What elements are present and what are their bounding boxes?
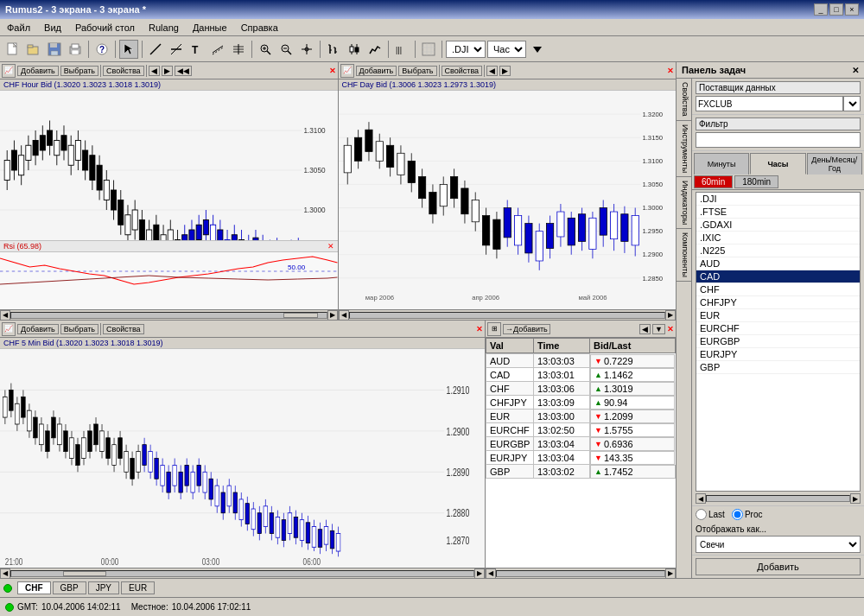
chart-tr-props[interactable]: Свойства bbox=[442, 66, 483, 76]
minimize-button[interactable]: _ bbox=[814, 3, 828, 16]
tab-hours[interactable]: Часы bbox=[750, 153, 805, 175]
chart-bl-add[interactable]: Добавить bbox=[17, 324, 59, 334]
chart-tl-add[interactable]: Добавить bbox=[17, 66, 59, 76]
instrument-item[interactable]: CAD bbox=[696, 270, 860, 283]
print-button[interactable] bbox=[66, 40, 85, 59]
tab-180min[interactable]: 180min bbox=[734, 175, 778, 188]
instrument-item[interactable]: EURJPY bbox=[696, 348, 860, 361]
instrument-item[interactable]: .N225 bbox=[696, 244, 860, 257]
indicators-button[interactable]: ||| bbox=[392, 40, 411, 59]
tab-eur[interactable]: EUR bbox=[121, 581, 155, 594]
inst-scroll-track[interactable] bbox=[706, 495, 850, 502]
scroll-right-btn[interactable]: ▶ bbox=[327, 310, 338, 321]
instrument-item[interactable]: GBP bbox=[696, 361, 860, 374]
scroll-right-btn-tr[interactable]: ▶ bbox=[665, 310, 676, 321]
candle-button[interactable] bbox=[345, 40, 364, 59]
scroll-left-btn[interactable]: ◀ bbox=[0, 310, 10, 321]
menu-help[interactable]: Справка bbox=[238, 22, 282, 34]
side-tab-instruments[interactable]: Инструменты bbox=[677, 121, 691, 177]
tab-chf[interactable]: CHF bbox=[17, 581, 51, 594]
scroll-thumb[interactable] bbox=[283, 313, 318, 318]
table-row[interactable]: EURCHF 13:02:50 ▼1.5755 bbox=[486, 423, 676, 437]
open-button[interactable] bbox=[24, 40, 43, 59]
table-row[interactable]: GBP 13:03:02 ▲1.7452 bbox=[486, 465, 676, 479]
filter-input[interactable] bbox=[696, 132, 861, 148]
table-row[interactable]: EURJPY 13:03:04 ▼143.35 bbox=[486, 451, 676, 465]
instrument-item[interactable]: AUD bbox=[696, 257, 860, 270]
radio-proc[interactable] bbox=[732, 509, 743, 520]
close-button[interactable]: × bbox=[845, 3, 859, 16]
table-row[interactable]: AUD 13:03:03 ▼0.7229 bbox=[486, 354, 676, 368]
crosshair-button[interactable] bbox=[297, 40, 316, 59]
instrument-item[interactable]: .FTSE bbox=[696, 206, 860, 219]
instrument-item[interactable]: EURCHF bbox=[696, 322, 860, 335]
panel-close[interactable]: ✕ bbox=[852, 66, 859, 75]
scroll-track[interactable] bbox=[10, 312, 327, 319]
grid-button[interactable] bbox=[419, 40, 438, 59]
scroll-thumb-bl[interactable] bbox=[63, 571, 106, 576]
scroll-track-tr[interactable] bbox=[349, 312, 666, 319]
instrument-item[interactable]: EUR bbox=[696, 309, 860, 322]
chart-bl-props[interactable]: Свойства bbox=[103, 324, 144, 334]
chart-tl-btn1[interactable]: ◀ bbox=[149, 66, 160, 76]
chart-tl-scrollbar[interactable]: ◀ ▶ bbox=[0, 309, 338, 320]
channel-button[interactable] bbox=[208, 40, 227, 59]
side-tab-properties[interactable]: Свойства bbox=[677, 79, 691, 121]
window-buttons[interactable]: _ □ × bbox=[814, 3, 859, 16]
table-row[interactable]: CHF 13:03:06 ▲1.3019 bbox=[486, 382, 676, 396]
table-scroll[interactable]: AUD 13:03:03 ▼0.7229 CAD 13:03:01 ▲1.146… bbox=[486, 353, 676, 568]
chart-bl-body[interactable]: 1.2910 1.2900 1.2890 1.2880 1.2870 21:00… bbox=[0, 349, 485, 568]
table-add-btn[interactable]: →Добавить bbox=[503, 324, 550, 334]
scroll-right-t[interactable]: ▶ bbox=[665, 568, 676, 579]
radio-last-label[interactable]: Last bbox=[696, 509, 725, 520]
chart-tr-select[interactable]: Выбрать bbox=[398, 66, 436, 76]
table-row[interactable]: EURGBP 13:03:04 ▼0.6936 bbox=[486, 437, 676, 451]
help-button[interactable]: ? bbox=[92, 40, 111, 59]
scroll-left-bl[interactable]: ◀ bbox=[0, 568, 10, 579]
instrument-item[interactable]: .GDAXI bbox=[696, 219, 860, 232]
save-button[interactable] bbox=[45, 40, 64, 59]
chart-tl-close[interactable]: ✕ bbox=[329, 67, 336, 75]
chart-tr-btn1[interactable]: ◀ bbox=[486, 66, 498, 76]
menu-rulang[interactable]: Rulang bbox=[145, 22, 182, 34]
chart-tl-props[interactable]: Свойства bbox=[103, 66, 144, 76]
instrument-item[interactable]: .DJI bbox=[696, 193, 860, 206]
add-button[interactable]: Добавить bbox=[696, 558, 861, 575]
table-icon[interactable]: ⊞ bbox=[487, 322, 501, 336]
chart-tl-btn3[interactable]: ◀◀ bbox=[175, 66, 192, 76]
menu-workspace[interactable]: Рабочий стол bbox=[72, 22, 138, 34]
instrument-item[interactable]: EURGBP bbox=[696, 335, 860, 348]
chart-bl-scrollbar[interactable]: ◀ ▶ bbox=[0, 568, 485, 578]
scroll-track-t[interactable] bbox=[496, 570, 665, 577]
cursor-button[interactable] bbox=[119, 40, 138, 59]
table-close[interactable]: ✕ bbox=[667, 325, 674, 333]
scroll-left-t[interactable]: ◀ bbox=[486, 568, 496, 579]
instrument-item[interactable]: .IXIC bbox=[696, 232, 860, 244]
instrument-item[interactable]: CHF bbox=[696, 283, 860, 296]
menu-data[interactable]: Данные bbox=[189, 22, 231, 34]
chart-bl-icon[interactable]: 📈 bbox=[2, 322, 16, 336]
arrow-down-button[interactable] bbox=[528, 40, 547, 59]
table-btn1[interactable]: ◀ bbox=[639, 324, 651, 334]
line-chart-button[interactable] bbox=[365, 40, 384, 59]
chart-tr-add[interactable]: Добавить bbox=[356, 66, 397, 76]
diagonal-button[interactable] bbox=[167, 40, 186, 59]
chart-tr-body[interactable]: 1.3200 1.3150 1.3100 1.3050 1.3000 1.295… bbox=[339, 91, 677, 309]
zoom-in-button[interactable] bbox=[256, 40, 275, 59]
scroll-track-bl[interactable] bbox=[10, 570, 474, 577]
zoom-out-button[interactable] bbox=[276, 40, 295, 59]
chart-tr-btn2[interactable]: ▶ bbox=[499, 66, 511, 76]
symbol-select[interactable]: .DJI bbox=[446, 41, 486, 58]
provider-dropdown[interactable]: ▼ bbox=[843, 96, 861, 111]
tab-60min[interactable]: 60min bbox=[694, 175, 733, 188]
chart-tl-body[interactable]: 1.3100 1.3050 1.3000 1.2950 1.2900 12h 0… bbox=[0, 91, 338, 309]
table-row[interactable]: EUR 13:03:00 ▼1.2099 bbox=[486, 410, 676, 423]
chart-bl-close[interactable]: ✕ bbox=[476, 325, 483, 333]
instrument-item[interactable]: CHFJPY bbox=[696, 296, 860, 309]
display-select[interactable]: Свечи bbox=[696, 536, 861, 553]
timeframe-select[interactable]: Час bbox=[487, 41, 526, 58]
chart-tl-icon[interactable]: 📈 bbox=[2, 64, 16, 78]
table-row[interactable]: CAD 13:03:01 ▲1.1462 bbox=[486, 368, 676, 382]
radio-proc-label[interactable]: Proc bbox=[732, 509, 763, 520]
menu-file[interactable]: Файл bbox=[3, 22, 34, 34]
